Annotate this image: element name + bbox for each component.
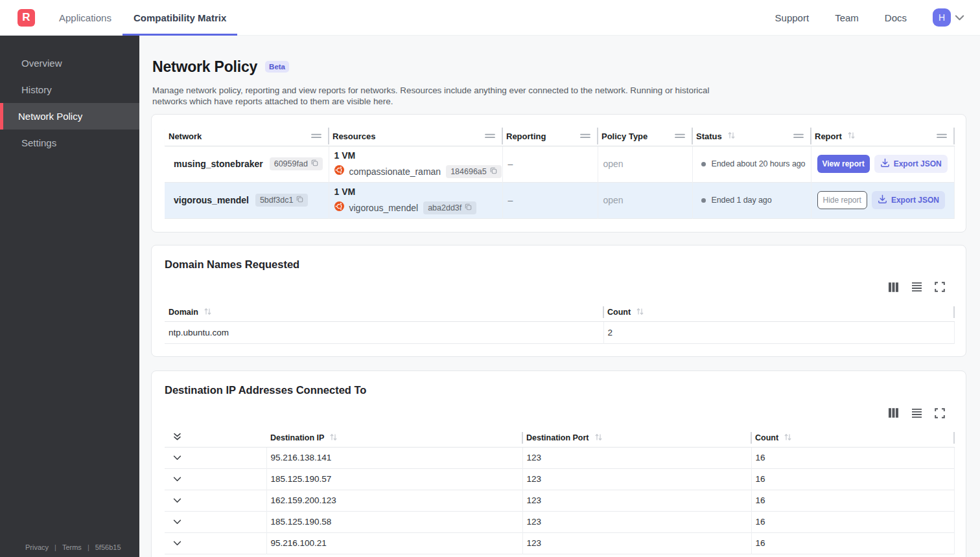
copy-icon[interactable] bbox=[490, 167, 497, 176]
columns-view-icon[interactable] bbox=[888, 407, 899, 418]
sort-icon[interactable] bbox=[784, 433, 792, 443]
destination-table: Destination IP Destination Port bbox=[165, 429, 955, 554]
app-logo[interactable]: R bbox=[18, 9, 35, 27]
column-resize-handle-icon[interactable] bbox=[937, 133, 947, 139]
sort-icon[interactable] bbox=[636, 308, 644, 317]
expand-row-icon[interactable] bbox=[173, 541, 181, 546]
column-header-count[interactable]: Count bbox=[603, 304, 954, 322]
column-header-report[interactable]: Report bbox=[811, 127, 954, 146]
destination-ip-card: Destination IP Addresses Connected To De… bbox=[151, 370, 966, 557]
sidebar: Overview History Network Policy Settings… bbox=[0, 36, 139, 557]
sidebar-item-label: Settings bbox=[21, 137, 56, 148]
column-header-domain[interactable]: Domain bbox=[165, 304, 603, 322]
sidebar-item-overview[interactable]: Overview bbox=[0, 50, 139, 76]
column-header-label: Report bbox=[815, 131, 842, 141]
column-header-destination-ip[interactable]: Destination IP bbox=[266, 429, 522, 447]
destination-row: 185.125.190.57 123 16 bbox=[165, 468, 954, 490]
copy-icon[interactable] bbox=[296, 196, 303, 205]
resource-name: vigorous_mendel bbox=[349, 203, 419, 213]
resource-id-chip[interactable]: 184696a5 bbox=[446, 165, 502, 178]
privacy-link[interactable]: Privacy bbox=[25, 543, 49, 551]
page-description-line: networks which have reports attached to … bbox=[152, 96, 966, 107]
fullscreen-icon[interactable] bbox=[935, 282, 945, 292]
column-header-expander bbox=[165, 429, 266, 447]
sort-icon[interactable] bbox=[727, 131, 736, 141]
network-row-vigorous-mendel[interactable]: vigorous_mendel 5bdf3dc1 1 VM bbox=[165, 182, 954, 218]
export-json-label: Export JSON bbox=[894, 159, 942, 168]
column-header-label: Network bbox=[169, 131, 202, 141]
avatar[interactable]: H bbox=[933, 8, 951, 27]
column-header-reporting[interactable]: Reporting bbox=[502, 127, 598, 146]
column-header-destination-port[interactable]: Destination Port bbox=[522, 429, 751, 447]
copy-icon[interactable] bbox=[311, 159, 318, 168]
column-header-label: Reporting bbox=[506, 131, 546, 141]
list-view-icon[interactable] bbox=[911, 282, 922, 292]
column-header-network[interactable]: Network bbox=[165, 127, 329, 146]
sidebar-item-network-policy[interactable]: Network Policy bbox=[0, 103, 139, 130]
tab-compatibility-matrix[interactable]: Compatibility Matrix bbox=[122, 0, 237, 35]
app-body: Overview History Network Policy Settings… bbox=[0, 36, 980, 557]
column-header-status[interactable]: Status bbox=[692, 127, 811, 146]
network-id: 60959fad bbox=[274, 159, 308, 168]
column-resize-handle-icon[interactable] bbox=[580, 133, 590, 139]
count-value: 2 bbox=[603, 322, 954, 344]
network-id-chip[interactable]: 60959fad bbox=[270, 157, 323, 170]
column-resize-handle-icon[interactable] bbox=[311, 133, 321, 139]
terms-link[interactable]: Terms bbox=[62, 543, 82, 551]
domain-value: ntp.ubuntu.com bbox=[165, 322, 603, 344]
expand-row-icon[interactable] bbox=[173, 498, 181, 503]
user-menu[interactable]: H bbox=[933, 8, 964, 27]
sort-icon[interactable] bbox=[594, 433, 603, 443]
view-report-button[interactable]: View report bbox=[817, 155, 870, 173]
column-resize-handle-icon[interactable] bbox=[793, 133, 804, 139]
resource-id: aba2dd3f bbox=[428, 203, 461, 212]
sort-icon[interactable] bbox=[847, 131, 856, 141]
column-resize-handle-icon[interactable] bbox=[675, 133, 685, 139]
export-json-button[interactable]: Export JSON bbox=[874, 155, 948, 173]
page-description: Manage network policy, reporting and vie… bbox=[151, 85, 966, 107]
sidebar-item-settings[interactable]: Settings bbox=[0, 130, 139, 156]
copy-icon[interactable] bbox=[465, 203, 472, 212]
main-content: Network Policy Beta Manage network polic… bbox=[139, 36, 980, 557]
chevron-down-icon[interactable] bbox=[955, 12, 964, 23]
nav-link-support[interactable]: Support bbox=[775, 12, 810, 23]
columns-view-icon[interactable] bbox=[888, 282, 899, 293]
destination-row: 95.216.138.141 123 16 bbox=[165, 447, 954, 468]
column-header-label: Policy Type bbox=[601, 131, 648, 141]
sort-icon[interactable] bbox=[204, 308, 212, 317]
fullscreen-icon[interactable] bbox=[935, 408, 945, 418]
column-header-policy-type[interactable]: Policy Type bbox=[598, 127, 692, 146]
sort-icon[interactable] bbox=[329, 433, 338, 443]
hide-report-button[interactable]: Hide report bbox=[817, 191, 867, 209]
domain-row: ntp.ubuntu.com 2 bbox=[165, 322, 954, 344]
destination-ip-value: 95.216.138.141 bbox=[266, 447, 522, 468]
status-text: Ended 1 day ago bbox=[712, 196, 772, 205]
column-header-resources[interactable]: Resources bbox=[329, 127, 502, 146]
destination-port-value: 123 bbox=[522, 447, 751, 468]
nav-link-docs[interactable]: Docs bbox=[885, 12, 907, 23]
sidebar-item-history[interactable]: History bbox=[0, 76, 139, 103]
tab-applications[interactable]: Applications bbox=[48, 0, 122, 35]
networks-table-header-row: Network Resources Reporting bbox=[165, 127, 954, 146]
expand-row-icon[interactable] bbox=[173, 477, 181, 482]
expand-row-icon[interactable] bbox=[173, 455, 181, 460]
destination-port-value: 123 bbox=[522, 490, 751, 511]
network-row-musing-stonebraker[interactable]: musing_stonebraker 60959fad 1 VM bbox=[165, 146, 954, 182]
nav-link-team[interactable]: Team bbox=[835, 12, 859, 23]
domain-table-header-row: Domain Count bbox=[165, 304, 954, 322]
list-view-icon[interactable] bbox=[911, 408, 922, 418]
destination-card-title: Destination IP Addresses Connected To bbox=[165, 385, 953, 396]
reporting-value: – bbox=[502, 146, 598, 182]
export-json-button[interactable]: Export JSON bbox=[872, 191, 945, 209]
resource-id-chip[interactable]: aba2dd3f bbox=[423, 201, 476, 214]
expand-row-icon[interactable] bbox=[173, 519, 181, 525]
expand-all-icon[interactable] bbox=[173, 433, 181, 441]
column-separator bbox=[953, 432, 955, 444]
column-header-label: Status bbox=[696, 131, 722, 141]
column-resize-handle-icon[interactable] bbox=[485, 133, 495, 139]
sidebar-item-label: Overview bbox=[21, 58, 62, 69]
column-separator bbox=[953, 306, 955, 318]
network-id-chip[interactable]: 5bdf3dc1 bbox=[255, 194, 308, 207]
count-value: 16 bbox=[751, 511, 954, 532]
column-header-count[interactable]: Count bbox=[751, 429, 954, 447]
